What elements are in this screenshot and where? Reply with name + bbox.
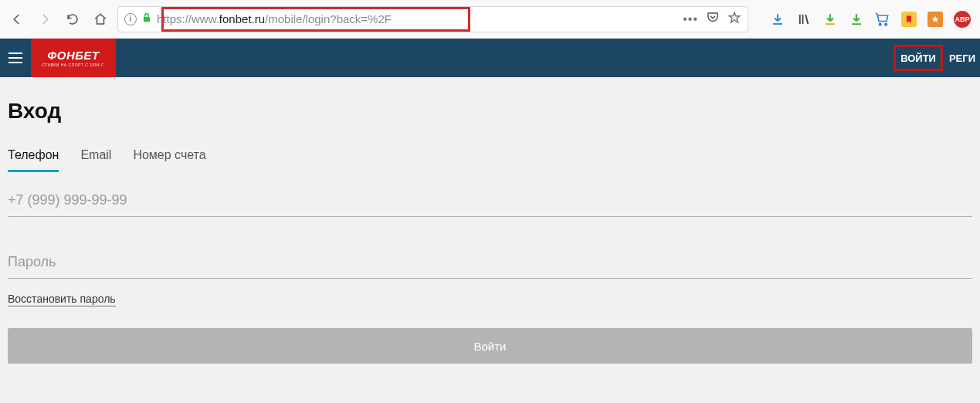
abp-icon[interactable]: ABP bbox=[954, 11, 971, 28]
download-green1-icon[interactable] bbox=[822, 12, 838, 27]
header-spacer bbox=[116, 39, 894, 77]
svg-point-4 bbox=[885, 23, 887, 25]
login-highlight-box: ВОЙТИ bbox=[894, 45, 943, 71]
download-green2-icon[interactable] bbox=[849, 12, 864, 27]
url-bar[interactable]: i https://www.fonbet.ru/mobile/login?bac… bbox=[117, 6, 748, 32]
tab-account[interactable]: Номер счета bbox=[133, 148, 205, 172]
bookmark-flag-icon[interactable] bbox=[901, 12, 917, 27]
bookmark-star-icon[interactable] bbox=[727, 11, 741, 28]
back-button[interactable] bbox=[6, 8, 28, 30]
register-link[interactable]: РЕГИ bbox=[944, 48, 980, 69]
browser-toolbar: i https://www.fonbet.ru/mobile/login?bac… bbox=[0, 0, 980, 39]
url-actions: ••• bbox=[683, 11, 741, 28]
page-title: Вход bbox=[8, 99, 972, 124]
pocket-icon[interactable] bbox=[706, 11, 720, 28]
page-actions-icon[interactable]: ••• bbox=[683, 12, 698, 26]
password-field[interactable] bbox=[8, 246, 972, 279]
tab-phone[interactable]: Телефон bbox=[8, 148, 59, 172]
cart-icon[interactable] bbox=[875, 12, 890, 27]
phone-field[interactable] bbox=[8, 185, 972, 217]
svg-point-3 bbox=[879, 23, 881, 25]
home-button[interactable] bbox=[90, 8, 111, 30]
site-header: ФОНБЕТ СТАВКИ НА СПОРТ С 1994 Г. ВОЙТИ Р… bbox=[0, 39, 980, 77]
download-icon[interactable] bbox=[770, 12, 785, 27]
url-prefix: https://www. bbox=[157, 12, 219, 25]
url-path: /mobile/login?back=%2F bbox=[265, 12, 392, 25]
logo-tagline: СТАВКИ НА СПОРТ С 1994 Г. bbox=[42, 63, 104, 67]
logo-text: ФОНБЕТ bbox=[48, 49, 100, 62]
login-tabs: Телефон Email Номер счета bbox=[8, 148, 972, 172]
lock-icon bbox=[141, 12, 152, 26]
login-link[interactable]: ВОЙТИ bbox=[896, 48, 941, 69]
reload-button[interactable] bbox=[62, 8, 83, 30]
logo[interactable]: ФОНБЕТ СТАВКИ НА СПОРТ С 1994 Г. bbox=[31, 39, 116, 77]
url-text: https://www.fonbet.ru/mobile/login?back=… bbox=[157, 12, 678, 25]
menu-button[interactable] bbox=[0, 39, 31, 77]
extension-icons: ABP bbox=[754, 11, 974, 28]
svg-rect-1 bbox=[826, 23, 835, 25]
submit-button[interactable]: Войти bbox=[8, 328, 972, 364]
star-badge-icon[interactable] bbox=[927, 12, 943, 27]
info-icon[interactable]: i bbox=[124, 13, 137, 25]
header-auth: ВОЙТИ РЕГИ bbox=[894, 39, 980, 77]
hamburger-icon bbox=[8, 57, 22, 59]
forward-button[interactable] bbox=[34, 8, 56, 30]
recover-password-link[interactable]: Восстановить пароль bbox=[8, 293, 116, 306]
page-content: Вход Телефон Email Номер счета Восстанов… bbox=[0, 77, 980, 403]
url-domain: fonbet.ru bbox=[219, 12, 265, 25]
tab-email[interactable]: Email bbox=[80, 148, 111, 172]
svg-rect-2 bbox=[852, 23, 861, 25]
svg-rect-0 bbox=[144, 16, 150, 21]
library-icon[interactable] bbox=[796, 12, 812, 27]
